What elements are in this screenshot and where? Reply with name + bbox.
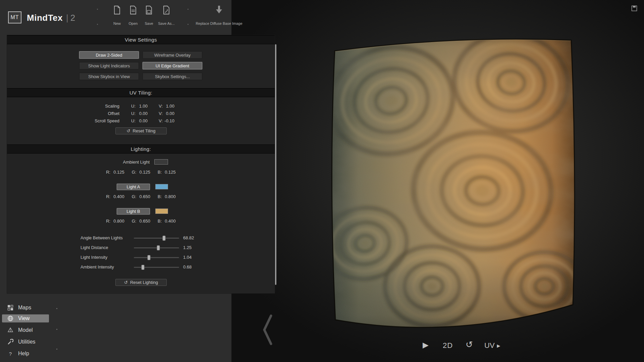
maps-icon <box>7 305 13 311</box>
v-prefix: V: <box>157 104 163 109</box>
reset-lighting-label: Reset Lighting <box>130 280 158 285</box>
u-prefix: U: <box>129 118 136 123</box>
light-intensity-label: Light Intensity <box>80 255 107 260</box>
new-button[interactable]: New <box>110 5 124 25</box>
download-arrow-icon <box>215 5 223 14</box>
scaling-u-value[interactable]: 1.00 <box>136 104 148 109</box>
show-skybox-button[interactable]: Show Skybox in View <box>79 73 139 80</box>
reset-lighting-button[interactable]: ↺ Reset Lighting <box>115 279 167 286</box>
ambient-intensity-value: 0.68 <box>183 264 192 269</box>
save-as-button-label: Save As... <box>158 21 175 25</box>
angle-between-lights-slider[interactable] <box>134 238 179 239</box>
light-b-color-swatch[interactable] <box>155 208 168 214</box>
uv-offset-row: Offset U: 0.00 V: 0.00 <box>7 111 275 117</box>
slider-handle[interactable] <box>142 265 145 270</box>
b-prefix: B: <box>158 219 162 224</box>
r-prefix: R: <box>106 219 110 224</box>
scroll-speed-u-value[interactable]: 0.00 <box>136 118 148 123</box>
skybox-settings-button[interactable]: Skybox Settings... <box>143 73 202 80</box>
sidebar-item-label: Utilities <box>18 339 36 345</box>
g-prefix: G: <box>132 194 137 199</box>
light-b-r-value: 0.800 <box>113 219 124 224</box>
uv-scroll-speed-label: Scroll Speed <box>47 118 119 123</box>
b-prefix: B: <box>158 170 162 175</box>
b-prefix: B: <box>158 194 162 199</box>
wireframe-overlay-button[interactable]: Wireframe Overlay <box>143 51 202 59</box>
ambient-rgb-row: R: 0.125 G: 0.125 B: 0.125 <box>7 170 275 175</box>
light-a-rgb-row: R: 0.400 G: 0.650 B: 0.800 <box>7 194 275 199</box>
angle-between-lights-row: Angle Between Lights 68.82 <box>7 235 275 242</box>
app-version: 2 <box>70 13 75 23</box>
slider-handle[interactable] <box>157 245 160 250</box>
reset-view-icon[interactable]: ↺ <box>466 340 473 350</box>
light-distance-slider[interactable] <box>134 247 179 248</box>
light-a-color-swatch[interactable] <box>155 184 168 189</box>
sidebar-item-label: Model <box>18 327 33 333</box>
ambient-light-color-swatch[interactable] <box>154 159 168 165</box>
slider-handle[interactable] <box>147 255 150 260</box>
ambient-intensity-label: Ambient Intensity <box>80 264 114 269</box>
reset-tiling-label: Reset Tiling <box>132 128 155 133</box>
replace-diffuse-button[interactable]: Replace Diffuse Base Image <box>188 5 250 25</box>
export-snapshot-button[interactable] <box>631 5 637 13</box>
light-b-g-value: 0.650 <box>139 219 150 224</box>
view-settings-panel: View Settings Draw 2-Sided Wireframe Ove… <box>7 35 275 294</box>
light-b-b-value: 0.400 <box>165 219 176 224</box>
uv-view-button[interactable]: UV ▶ <box>484 341 500 350</box>
ambient-g-value: 0.125 <box>139 170 150 175</box>
open-button-label: Open <box>129 21 138 25</box>
uv-triangle-icon: ▶ <box>497 343 500 348</box>
chevron-left-icon <box>262 314 273 345</box>
light-a-b-value: 0.800 <box>165 194 176 199</box>
save-as-button[interactable]: Save As... <box>156 5 176 25</box>
save-button[interactable]: Save <box>142 5 156 25</box>
offset-u-value[interactable]: 0.00 <box>136 111 148 116</box>
wrench-icon <box>7 339 13 345</box>
reset-tiling-button[interactable]: ↺ Reset Tiling <box>115 127 167 134</box>
angle-between-lights-label: Angle Between Lights <box>80 235 123 240</box>
light-b-rgb-row: R: 0.800 G: 0.650 B: 0.400 <box>7 219 275 224</box>
model-3d-icon <box>7 327 13 333</box>
ambient-intensity-slider[interactable] <box>134 267 179 268</box>
g-prefix: G: <box>132 219 137 224</box>
nav-separator-dot <box>56 349 57 350</box>
r-prefix: R: <box>106 194 110 199</box>
slider-handle[interactable] <box>163 236 166 241</box>
light-distance-value: 1.25 <box>183 245 192 250</box>
ui-edge-gradient-button[interactable]: UI Edge Gradient <box>143 62 202 69</box>
panel-scrollbar[interactable] <box>275 44 276 285</box>
model-preview-cylinder[interactable] <box>321 21 586 341</box>
light-distance-label: Light Distance <box>80 245 108 250</box>
light-intensity-slider[interactable] <box>134 257 179 258</box>
panel-collapse-handle[interactable] <box>262 314 273 347</box>
light-b-button[interactable]: Light B <box>117 208 150 215</box>
save-document-icon <box>145 5 153 15</box>
2d-view-button[interactable]: 2D <box>443 341 453 350</box>
cylinder-render <box>321 21 586 341</box>
show-light-indicators-button[interactable]: Show Light Indicators <box>79 62 139 69</box>
v-prefix: V: <box>157 111 163 116</box>
draw-2sided-button[interactable]: Draw 2-Sided <box>79 51 139 59</box>
new-document-icon <box>113 5 121 15</box>
toolbar-separator <box>97 9 98 25</box>
light-a-button[interactable]: Light A <box>117 184 150 190</box>
sidebar-item-view[interactable]: View <box>2 314 49 322</box>
uv-scaling-row: Scaling U: 1.00 V: 1.00 <box>7 104 275 110</box>
u-prefix: U: <box>129 111 136 116</box>
view-settings-header: View Settings <box>7 35 275 44</box>
topbar: MT MindTex|2 New Open Save Save As... <box>0 0 644 31</box>
light-a-g-value: 0.650 <box>139 194 150 199</box>
u-prefix: U: <box>129 104 136 109</box>
scroll-speed-v-value[interactable]: -0.10 <box>163 118 174 123</box>
light-a-r-value: 0.400 <box>113 194 124 199</box>
ambient-light-label: Ambient Light <box>83 160 150 165</box>
scaling-v-value[interactable]: 1.00 <box>163 104 174 109</box>
ambient-intensity-row: Ambient Intensity 0.68 <box>7 264 275 271</box>
uv-scaling-label: Scaling <box>47 104 119 109</box>
reset-icon: ↺ <box>124 280 128 285</box>
globe-icon <box>7 315 13 321</box>
play-animation-button[interactable]: ▶ <box>423 341 429 350</box>
open-button[interactable]: Open <box>126 5 141 25</box>
floppy-export-icon <box>631 5 637 11</box>
offset-v-value[interactable]: 0.00 <box>163 111 174 116</box>
